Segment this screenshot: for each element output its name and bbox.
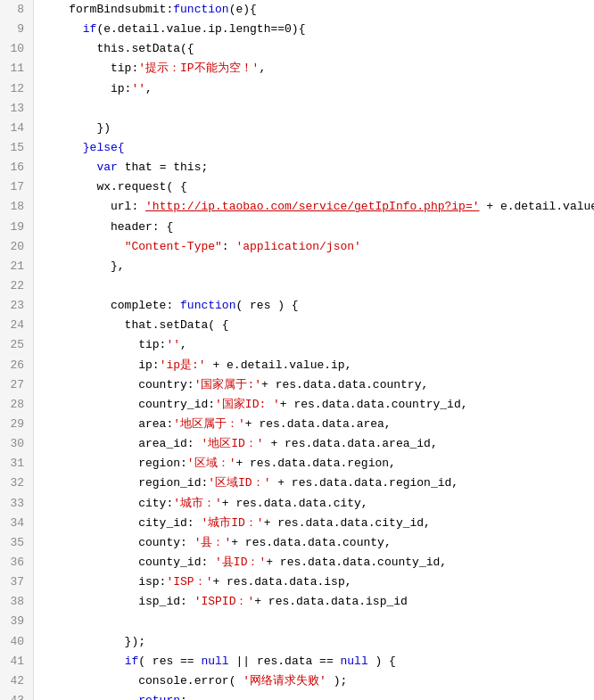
token: '' [131,82,145,95]
line-content: country:'国家属于:'+ res.data.data.country, [34,375,594,395]
line-row: 26 ip:'ip是:' + e.detail.value.ip, [0,356,594,375]
token: this.setData({ [41,42,194,55]
token [41,22,83,36]
token [41,240,125,253]
line-content: city_id: '城市ID：'+ res.data.data.city_id, [34,514,594,533]
line-row: 30 area_id: '地区ID：' + res.data.data.area… [0,434,594,454]
line-content: ip:'ip是:' + e.detail.value.ip, [34,356,594,375]
line-content: that.setData( { [34,316,594,335]
token: }) [41,121,111,135]
token: + res.data.data.area_id, [264,437,438,450]
line-content: wx.request( { [34,177,594,197]
line-number: 34 [0,514,34,533]
token: that.setData( { [41,318,229,332]
line-content: county_id: '县ID：'+ res.data.data.county_… [34,553,594,572]
line-row: 19 header: { [0,218,594,237]
token: 'http://ip.taobao.com/service/getIpInfo.… [145,200,479,213]
line-row: 10 this.setData({ [0,39,594,59]
line-number: 14 [0,119,34,138]
line-row: 21 }, [0,257,594,276]
line-number: 9 [0,20,34,39]
token: '区域ID：' [208,476,270,490]
line-number: 13 [0,99,34,119]
token: + res.data.data.city, [222,497,368,510]
line-content: }, [34,257,594,276]
line-number: 17 [0,177,34,197]
line-number: 27 [0,375,34,395]
line-row: 17 wx.request( { [0,177,594,197]
line-number: 24 [0,316,34,335]
token: region: [41,457,187,470]
line-content: complete: function( res ) { [34,296,594,316]
line-number: 37 [0,572,34,592]
line-number: 36 [0,553,34,572]
line-content: console.error( '网络请求失败' ); [34,671,594,691]
token: '' [166,338,180,351]
token: }else{ [83,141,125,154]
line-row: 34 city_id: '城市ID：'+ res.data.data.city_… [0,514,594,533]
line-row: 22 [0,276,594,296]
token [41,161,96,174]
token: : [222,240,236,253]
line-content: region:'区域：'+ res.data.data.region, [34,454,594,474]
token [41,655,125,668]
token: city_id: [41,516,201,530]
line-content: url: 'http://ip.taobao.com/service/getIp… [34,197,594,217]
line-content: isp:'ISP：'+ res.data.data.isp, [34,572,594,592]
token: '区域：' [187,457,236,470]
line-row: 16 var that = this; [0,158,594,177]
token: tip: [41,62,138,75]
token: null [201,655,228,668]
token: , [180,338,187,351]
line-row: 8 formBindsubmit:function(e){ [0,0,594,20]
token: header: { [41,220,173,234]
line-row: 11 tip:'提示：IP不能为空！', [0,59,594,78]
token: || res.data == [229,655,341,668]
line-number: 20 [0,237,34,257]
token: , [259,62,266,75]
token: + res.data.data.isp, [212,575,351,589]
token: region_id: [41,476,208,490]
token: country: [41,378,194,391]
token: county_id: [41,556,215,569]
token [41,694,138,700]
line-row: 38 isp_id: 'ISPID：'+ res.data.data.isp_i… [0,592,594,612]
line-content: this.setData({ [34,39,594,59]
line-content: }else{ [34,138,594,158]
line-row: 29 area:'地区属于：'+ res.data.data.area, [0,415,594,434]
line-row: 27 country:'国家属于:'+ res.data.data.countr… [0,375,594,395]
line-number: 31 [0,454,34,474]
line-number: 22 [0,276,34,296]
line-content: ip:'', [34,79,594,99]
line-row: 39 [0,612,594,631]
line-content: tip:'提示：IP不能为空！', [34,59,594,78]
line-number: 39 [0,612,34,631]
line-number: 43 [0,691,34,700]
line-content: header: { [34,218,594,237]
line-content: county: '县：'+ res.data.data.county, [34,533,594,553]
line-row: 42 console.error( '网络请求失败' ); [0,671,594,691]
token: }); [41,635,145,648]
line-content: var that = this; [34,158,594,177]
line-number: 33 [0,494,34,514]
line-number: 28 [0,395,34,415]
token: area_id: [41,437,201,450]
line-number: 15 [0,138,34,158]
line-row: 18 url: 'http://ip.taobao.com/service/ge… [0,197,594,217]
line-row: 15 }else{ [0,138,594,158]
line-content: region_id:'区域ID：' + res.data.data.region… [34,474,594,493]
line-row: 14 }) [0,119,594,138]
line-content: country_id:'国家ID: '+ res.data.data.count… [34,395,594,415]
line-row: 41 if( res == null || res.data == null )… [0,652,594,671]
token: + e.detail.value.ip, [206,358,352,372]
token: function [180,299,235,312]
token: ip: [41,82,131,95]
line-number: 10 [0,39,34,59]
token: (e.detail.value.ip.length==0){ [96,22,305,36]
line-content [34,276,594,278]
line-number: 40 [0,632,34,652]
token: + res.data.data.county, [231,536,391,549]
token: wx.request( { [41,180,187,194]
line-number: 38 [0,592,34,612]
token: '国家ID: ' [215,398,280,411]
